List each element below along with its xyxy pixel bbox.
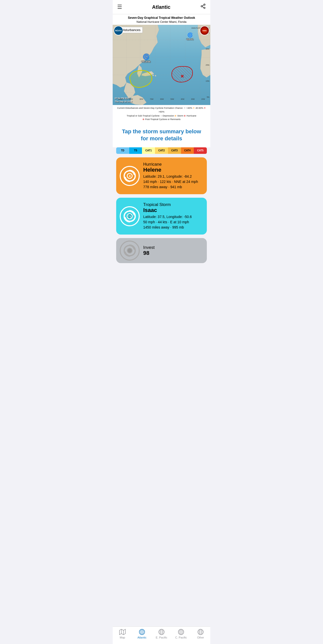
svg-point-22 [127, 248, 132, 253]
storm-label-helene: HELENE [141, 60, 151, 63]
map-section: Seven-Day Graphical Tropical Weather Out… [113, 14, 210, 123]
red-x-marker: ✕ [180, 74, 184, 79]
cat-2: CAT2 [155, 147, 168, 154]
cat-td: TD [116, 147, 129, 154]
invest98-icon [120, 241, 140, 261]
storm-label-isaac: ISAAC [187, 38, 194, 41]
map-legend: Current Disturbances and Seven-Day Cyclo… [113, 105, 210, 123]
helene-name: Helene [143, 167, 202, 173]
legend-line2: Tropical or Sub-Tropical Cyclone: ○ Depr… [115, 114, 208, 118]
app-header: ☰ Atlantic [113, 0, 210, 14]
isaac-info: Tropical Storm Isaac Latitude: 37.5, Lon… [143, 202, 202, 230]
cat-4: CAT4 [181, 147, 194, 154]
invest98-name: 98 [143, 250, 202, 256]
helene-info: Hurricane Helene Latitude: 29.1, Longitu… [143, 162, 202, 190]
svg-text:4: 4 [129, 174, 131, 178]
share-icon[interactable] [200, 4, 206, 11]
cat-5: CAT5 [194, 147, 207, 154]
storm-marker-helene[interactable]: 🌀 HELENE [141, 54, 151, 63]
storm-card-invest98[interactable]: Invest 98 [116, 238, 207, 263]
storm-marker-isaac[interactable]: 🌀 ISAAC [187, 32, 194, 41]
storm-card-isaac[interactable]: TS Tropical Storm Isaac Latitude: 37.5, … [116, 198, 207, 235]
nws-logo: NWS [199, 25, 210, 36]
noaa-logo: NOAA [113, 25, 124, 36]
svg-line-4 [202, 5, 204, 6]
category-scale: TD TS CAT1 CAT2 CAT3 CAT4 CAT5 [116, 147, 207, 154]
cat-ts: TS [129, 147, 142, 154]
storm-icon-isaac: 🌀 [187, 32, 193, 38]
map-header-bar: Seven-Day Graphical Tropical Weather Out… [113, 14, 210, 25]
hurricane-icon-helene: 🌀 [143, 54, 149, 60]
isaac-name: Isaac [143, 207, 202, 213]
isaac-type: Tropical Storm [143, 202, 202, 207]
helene-type: Hurricane [143, 162, 202, 167]
svg-line-3 [202, 7, 204, 8]
svg-text:TS: TS [128, 215, 131, 218]
page-title: Atlantic [152, 4, 170, 10]
helene-details: Latitude: 29.1, Longitude: -84.2 140 mph… [143, 174, 202, 190]
map-image[interactable]: All Disturbances www.hurricanes.gov 45N … [113, 25, 210, 105]
cat-3: CAT3 [168, 147, 181, 154]
invest98-info: Invest 98 [143, 245, 202, 256]
isaac-details: Latitude: 37.5, Longitude: -50.6 50 mph … [143, 214, 202, 230]
storm-card-helene[interactable]: 4 Hurricane Helene Latitude: 29.1, Longi… [116, 157, 207, 194]
menu-icon[interactable]: ☰ [117, 4, 122, 10]
map-title-line1: Seven-Day Graphical Tropical Weather Out… [114, 16, 209, 20]
cat-1: CAT1 [142, 147, 155, 154]
tap-prompt: Tap the storm summary below for more det… [113, 123, 210, 147]
legend-line3: ⊗ Post-Tropical Cyclone or Remnants [115, 118, 208, 121]
map-title-line2: National Hurricane Center Miami, Florida [114, 20, 209, 24]
helene-storm-icon: 4 [120, 166, 140, 186]
invest98-type: Invest [143, 245, 202, 250]
isaac-storm-icon: TS [120, 206, 140, 226]
legend-title: Current Disturbances and Seven-Day Cyclo… [115, 106, 208, 114]
map-timestamp: 07:54 PM EDT Thu Sep 26 2024 [115, 97, 132, 103]
